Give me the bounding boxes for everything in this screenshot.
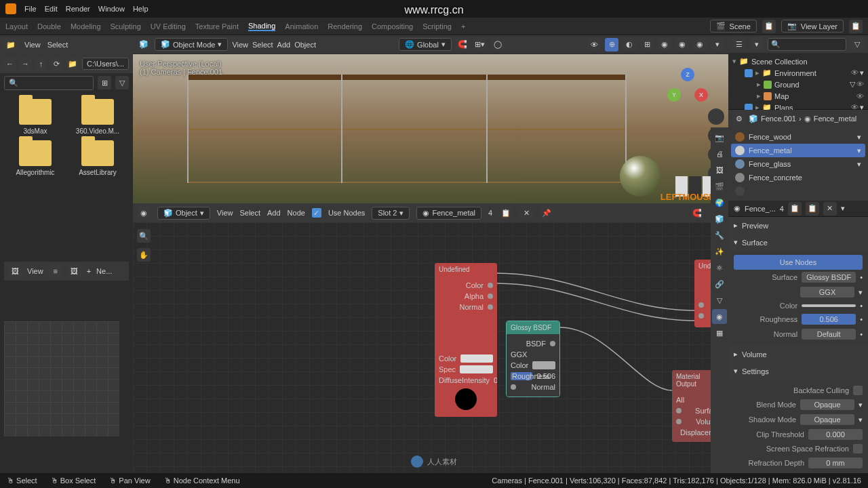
ne-node-menu[interactable]: Node — [288, 209, 305, 217]
shading-options-icon[interactable]: ▾ — [711, 38, 724, 52]
nav-back-icon[interactable]: ← — [4, 57, 16, 70]
tree-item[interactable]: ▸📁Environment👁▾ — [728, 67, 868, 79]
panel-surface[interactable]: ▾Surface — [728, 234, 868, 251]
surface-shader-field[interactable]: Glossy BSDF — [802, 272, 856, 283]
display-grid-icon[interactable]: ⊞ — [98, 76, 111, 89]
path-field[interactable]: C:\Users\... — [82, 58, 129, 70]
tab-modeling[interactable]: Modeling — [71, 22, 101, 30]
shadow-mode-field[interactable]: Opaque — [800, 414, 854, 425]
filter-icon[interactable]: ▽ — [115, 76, 129, 89]
clip-field[interactable]: 0.000 — [808, 429, 863, 440]
tab-viewlayer-icon[interactable]: 🖼 — [712, 163, 727, 178]
blend-mode-field[interactable]: Opaque — [800, 399, 854, 410]
viewlayer-selector[interactable]: 📷View Layer — [781, 20, 844, 33]
mat-browse-icon[interactable]: 📋 — [788, 202, 802, 216]
nav-refresh-icon[interactable]: ⟳ — [51, 57, 62, 70]
fb-view-menu[interactable]: View — [24, 41, 41, 49]
shader-editor-icon[interactable]: ◉ — [137, 206, 151, 220]
axis-z-icon[interactable]: Z — [681, 68, 694, 81]
mat-copy-icon[interactable]: 📋 — [806, 202, 819, 216]
folder-item[interactable]: Allegorithmic — [7, 140, 64, 176]
ssr-checkbox[interactable] — [853, 444, 863, 453]
img-mode-icon[interactable]: 🖼 — [68, 264, 81, 278]
tab-modifier-icon[interactable]: 🔧 — [712, 228, 727, 243]
tab-world-icon[interactable]: 🌍 — [712, 195, 727, 210]
node-glossy-bsdf[interactable]: Glossy BSDF BSDF GGX Color Roughness0.50… — [506, 321, 560, 397]
mat-new-icon[interactable]: 📋 — [499, 206, 513, 220]
node-canvas[interactable]: 🔍 ✋ Undefined Color Alpha Normal Colo — [133, 222, 728, 488]
panel-volume[interactable]: ▸Volume — [728, 346, 868, 363]
tree-item[interactable]: ▸Ground▽👁 — [728, 79, 868, 90]
scene-selector[interactable]: 🎬Scene — [710, 20, 757, 33]
vp-object-menu[interactable]: Object — [294, 41, 316, 49]
tab-add[interactable]: + — [461, 22, 465, 30]
zoom-tool-icon[interactable]: 🔍 — [137, 229, 151, 243]
dist-field[interactable]: GGX — [800, 287, 854, 298]
pan-tool-icon[interactable]: ✋ — [137, 248, 151, 262]
material-selector[interactable]: ◉Fence_metal — [416, 207, 481, 220]
tab-mesh-icon[interactable]: ▽ — [712, 293, 727, 308]
props-editor-icon[interactable]: ⚙ — [732, 112, 746, 125]
viewport-3d[interactable]: User Perspective (Local) (1) Cameras | F… — [133, 54, 728, 203]
tab-scene-icon[interactable]: 🎬 — [712, 179, 727, 194]
mat-slot[interactable]: Fence_glass▾ — [731, 157, 865, 171]
menu-help[interactable]: Help — [133, 5, 149, 13]
gizmo-toggle-icon[interactable]: 👁 — [587, 38, 601, 52]
shading-rendered-icon[interactable]: ◉ — [693, 38, 707, 52]
xray-icon[interactable]: ◐ — [623, 38, 636, 52]
mode-selector[interactable]: 🧊Object Mode▾ — [155, 38, 228, 51]
shading-matprev-icon[interactable]: ◉ — [675, 38, 689, 52]
mat-slot[interactable]: Fence_wood▾ — [731, 130, 865, 144]
tab-particle-icon[interactable]: ✨ — [712, 244, 727, 259]
tab-physics-icon[interactable]: ⚛ — [712, 260, 727, 275]
panel-preview[interactable]: ▸Preview — [728, 217, 868, 234]
pin-icon[interactable]: 📌 — [540, 206, 553, 220]
outliner-filter-icon[interactable]: ▽ — [850, 37, 864, 51]
display-mode-icon[interactable]: 📁 — [4, 38, 18, 52]
ne-snap-icon[interactable]: 🧲 — [690, 206, 704, 220]
tab-object-icon[interactable]: 🧊 — [712, 211, 727, 226]
shading-solid-icon[interactable]: ◉ — [658, 38, 671, 52]
shader-type-selector[interactable]: 🧊Object▾ — [157, 207, 210, 220]
axis-x-icon[interactable]: X — [694, 88, 708, 102]
image-editor-icon[interactable]: 🖼 — [8, 264, 22, 278]
tab-sculpting[interactable]: Sculpting — [111, 22, 141, 30]
snap-target-icon[interactable]: ⊞▾ — [473, 38, 487, 52]
tab-output-icon[interactable]: 🖨 — [712, 146, 727, 161]
use-nodes-button[interactable]: Use Nodes — [734, 255, 863, 270]
nav-up-icon[interactable]: ↑ — [35, 57, 47, 70]
ne-view-menu[interactable]: View — [217, 209, 233, 217]
outliner-display-icon[interactable]: ▾ — [750, 37, 764, 51]
img-new-label[interactable]: Ne... — [96, 267, 112, 275]
uv-grid[interactable] — [4, 321, 119, 436]
axis-y-icon[interactable]: Y — [667, 88, 681, 102]
refr-depth-field[interactable]: 0 mm — [808, 458, 863, 468]
outliner-mode-icon[interactable]: ☰ — [732, 37, 746, 51]
tab-material-icon[interactable]: ◉ — [712, 309, 727, 324]
proportional-icon[interactable]: ◯ — [491, 38, 505, 52]
use-nodes-checkbox[interactable]: ✓ — [312, 208, 321, 218]
tree-item[interactable]: ▸Map👁 — [728, 90, 868, 102]
menu-window[interactable]: Window — [98, 5, 125, 13]
nav-fwd-icon[interactable]: → — [20, 57, 31, 70]
node-undefined-1[interactable]: Undefined Color Alpha Normal Color Spec … — [435, 263, 497, 417]
color-field[interactable] — [802, 304, 856, 307]
scene-new-icon[interactable]: 📋 — [762, 20, 776, 33]
tab-layout[interactable]: Layout — [5, 22, 28, 30]
tab-double[interactable]: Double — [37, 22, 61, 30]
mat-slot[interactable]: Fence_metal▾ — [731, 144, 865, 157]
ne-add-menu[interactable]: Add — [267, 209, 281, 217]
tab-uv[interactable]: UV Editing — [151, 22, 186, 30]
tab-scripting[interactable]: Scripting — [422, 22, 452, 30]
vp-add-menu[interactable]: Add — [277, 41, 291, 49]
folder-item[interactable]: 3dsMax — [7, 99, 64, 135]
vp-select-menu[interactable]: Select — [252, 41, 273, 49]
menu-render[interactable]: Render — [66, 5, 90, 13]
mat-unlink-icon[interactable]: ✕ — [519, 206, 533, 220]
viewlayer-new-icon[interactable]: 📋 — [849, 20, 863, 33]
backface-checkbox[interactable] — [853, 386, 863, 395]
snap-icon[interactable]: 🧲 — [456, 38, 469, 52]
zoom-icon[interactable] — [708, 108, 724, 125]
tab-compositing[interactable]: Compositing — [372, 22, 413, 30]
shading-wire-icon[interactable]: ⊞ — [640, 38, 654, 52]
